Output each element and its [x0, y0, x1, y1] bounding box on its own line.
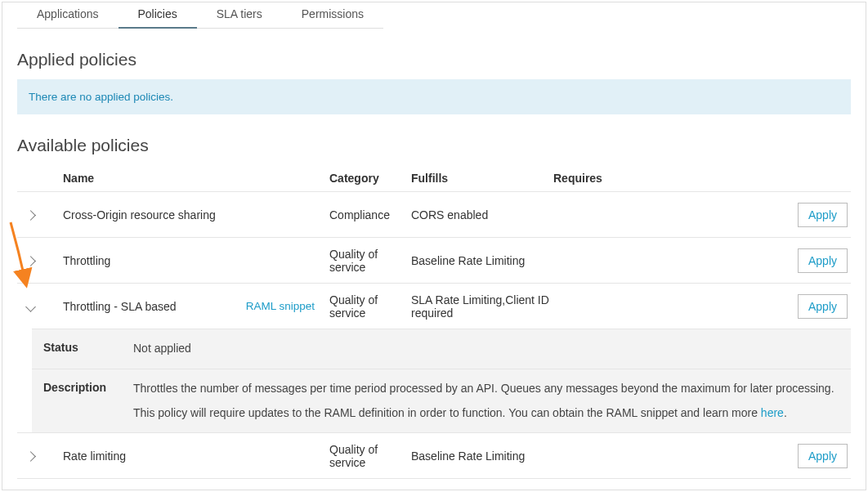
tab-sla-tiers[interactable]: SLA tiers: [197, 2, 282, 29]
applied-section: Applied policies There are no applied po…: [2, 29, 866, 114]
tab-applications[interactable]: Applications: [17, 2, 119, 29]
policy-fulfills: SLA Rate Limiting,Client ID required: [411, 489, 553, 490]
policy-fulfills: SLA Rate Limiting,Client ID required: [411, 293, 553, 320]
header-name: Name: [63, 172, 329, 185]
details-description-value: Throttles the number of messages per tim…: [133, 379, 851, 423]
details-desc-line2a: This policy will require updates to the …: [133, 406, 761, 419]
page-container: Applications Policies SLA tiers Permissi…: [2, 2, 866, 490]
chevron-right-icon[interactable]: [25, 210, 36, 221]
header-fulfills: Fulfills: [411, 172, 553, 185]
chevron-down-icon[interactable]: [25, 302, 36, 312]
policy-name: Throttling: [63, 254, 110, 267]
details-desc-line1: Throttles the number of messages per tim…: [133, 379, 838, 399]
policy-row: Throttling - SLA based RAML snippet Qual…: [17, 283, 851, 329]
details-desc-line2b: .: [784, 406, 787, 419]
policy-fulfills: Baseline Rate Limiting: [411, 254, 553, 267]
details-status-label: Status: [32, 339, 133, 359]
details-status-value: Not applied: [133, 339, 851, 359]
apply-button[interactable]: Apply: [798, 294, 848, 319]
available-section: Available policies Name Category Fulfill…: [2, 121, 866, 490]
policy-row: Throttling Quality of service Baseline R…: [17, 237, 851, 283]
policy-category: Quality of service: [329, 293, 411, 320]
header-category: Category: [329, 172, 411, 185]
policy-fulfills: Baseline Rate Limiting: [411, 450, 553, 463]
header-requires: Requires: [553, 172, 787, 185]
chevron-right-icon[interactable]: [25, 451, 36, 462]
raml-snippet-link[interactable]: RAML snippet: [246, 300, 315, 312]
apply-button[interactable]: Apply: [798, 203, 848, 227]
policy-category: Quality of service: [329, 248, 411, 274]
policy-category: Compliance: [329, 208, 411, 221]
policy-row: Rate limiting Quality of service Baselin…: [17, 432, 851, 478]
policy-name: Rate limiting: [63, 450, 126, 463]
chevron-right-icon[interactable]: [25, 256, 36, 266]
policy-category: Quality of service: [329, 489, 411, 490]
apply-button[interactable]: Apply: [798, 490, 848, 490]
policy-category: Quality of service: [329, 443, 411, 469]
policy-details: Status Not applied Description Throttles…: [32, 329, 851, 432]
apply-button[interactable]: Apply: [798, 248, 848, 273]
applied-title: Applied policies: [17, 50, 851, 69]
policy-name: Cross-Origin resource sharing: [63, 208, 216, 221]
details-here-link[interactable]: here: [761, 406, 784, 419]
apply-button[interactable]: Apply: [798, 444, 848, 468]
applied-empty-banner: There are no applied policies.: [17, 79, 851, 114]
available-title: Available policies: [17, 136, 851, 155]
policy-row: Rate limiting - SLA based RAML snippet Q…: [17, 478, 851, 490]
tab-permissions[interactable]: Permissions: [282, 2, 383, 29]
tab-policies[interactable]: Policies: [119, 2, 197, 29]
details-description-label: Description: [32, 379, 133, 423]
policy-row: Cross-Origin resource sharing Compliance…: [17, 191, 851, 237]
table-header: Name Category Fulfills Requires: [17, 165, 851, 191]
policy-fulfills: CORS enabled: [411, 208, 553, 221]
tabs-bar: Applications Policies SLA tiers Permissi…: [2, 2, 866, 29]
policy-name: Throttling - SLA based: [63, 300, 177, 313]
